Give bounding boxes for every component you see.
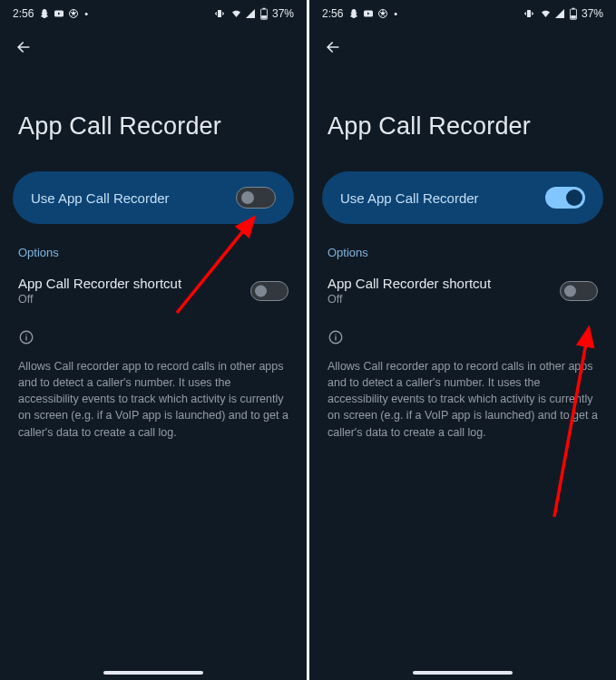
- status-bar: 2:56 • 37%: [309, 0, 616, 25]
- page-title: App Call Recorder: [0, 69, 307, 168]
- svg-rect-10: [527, 10, 531, 17]
- vibrate-icon: [523, 8, 535, 19]
- shortcut-toggle[interactable]: [250, 281, 288, 301]
- svg-rect-12: [572, 8, 575, 9]
- battery-icon: [259, 7, 269, 20]
- notification-icons: •: [348, 8, 397, 19]
- back-arrow-icon: [324, 38, 342, 56]
- youtube-icon: [363, 8, 374, 19]
- shortcut-status: Off: [18, 293, 181, 306]
- use-app-toggle[interactable]: [545, 187, 585, 209]
- shortcut-title: App Call Recorder shortcut: [18, 276, 181, 291]
- shortcut-toggle[interactable]: [560, 281, 598, 301]
- use-app-hero[interactable]: Use App Call Recorder: [13, 171, 294, 224]
- back-button[interactable]: [0, 25, 307, 69]
- use-app-toggle[interactable]: [236, 187, 276, 209]
- snapchat-icon: [348, 8, 359, 19]
- wifi-icon: [539, 8, 552, 19]
- battery-percent: 37%: [582, 7, 603, 20]
- battery-icon: [569, 7, 578, 20]
- use-app-label: Use App Call Recorder: [340, 190, 479, 206]
- vibrate-icon: [213, 8, 226, 19]
- options-section-label: Options: [0, 246, 307, 274]
- nav-handle[interactable]: [413, 671, 513, 675]
- svg-rect-5: [261, 15, 267, 19]
- info-icon-wrap: [0, 320, 307, 356]
- signal-icon: [554, 8, 565, 19]
- use-app-hero[interactable]: Use App Call Recorder: [322, 171, 603, 224]
- signal-icon: [245, 8, 256, 19]
- screen-left: 2:56 • 37% App Call Recorder Use App Cal…: [0, 0, 307, 680]
- notification-icons: •: [39, 8, 88, 19]
- svg-rect-4: [263, 8, 266, 9]
- options-section-label: Options: [309, 246, 616, 274]
- nav-handle[interactable]: [103, 671, 203, 675]
- use-app-label: Use App Call Recorder: [31, 190, 170, 206]
- description-text: Allows Call recorder app to record calls…: [309, 356, 616, 442]
- info-icon-wrap: [309, 320, 616, 356]
- status-bar: 2:56 • 37%: [0, 0, 307, 25]
- back-arrow-icon: [15, 38, 33, 56]
- snapchat-icon: [39, 8, 50, 19]
- page-title: App Call Recorder: [309, 69, 616, 168]
- svg-rect-2: [218, 10, 221, 17]
- soccer-icon: [377, 8, 388, 19]
- soccer-icon: [68, 8, 79, 19]
- status-time: 2:56: [13, 7, 34, 20]
- screen-right: 2:56 • 37% App Call Recorder Use App Cal…: [309, 0, 616, 680]
- description-text: Allows Call recorder app to record calls…: [0, 356, 307, 442]
- shortcut-row[interactable]: App Call Recorder shortcut Off: [309, 274, 616, 320]
- svg-rect-13: [571, 15, 576, 19]
- status-time: 2:56: [322, 7, 343, 20]
- info-icon: [328, 329, 344, 345]
- shortcut-status: Off: [328, 293, 491, 306]
- shortcut-row[interactable]: App Call Recorder shortcut Off: [0, 274, 307, 320]
- shortcut-title: App Call Recorder shortcut: [328, 276, 491, 291]
- wifi-icon: [230, 8, 243, 19]
- back-button[interactable]: [309, 25, 616, 69]
- youtube-icon: [54, 8, 64, 19]
- battery-percent: 37%: [272, 7, 294, 20]
- info-icon: [18, 329, 34, 345]
